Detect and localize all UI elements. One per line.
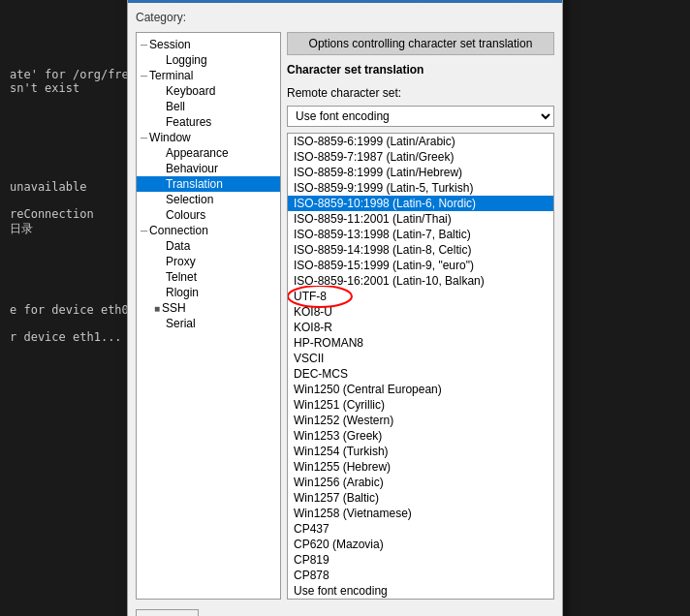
tree-item-session[interactable]: ─Session xyxy=(137,37,280,52)
about-button[interactable]: About xyxy=(136,609,199,616)
charset-item[interactable]: Win1251 (Cyrillic) xyxy=(288,397,553,413)
charset-item[interactable]: HP-ROMAN8 xyxy=(288,335,553,351)
charset-item[interactable]: Win1250 (Central European) xyxy=(288,382,553,397)
charset-item[interactable]: ISO-8859-7:1987 (Latin/Greek) xyxy=(288,149,553,165)
charset-item[interactable]: Win1252 (Western) xyxy=(288,413,553,428)
tree-item-bell[interactable]: Bell xyxy=(137,99,280,114)
charset-item[interactable]: Use font encoding xyxy=(288,583,553,599)
charset-listbox[interactable]: ISO-8859-6:1999 (Latin/Arabic)ISO-8859-7… xyxy=(287,133,554,600)
tree-item-selection[interactable]: Selection xyxy=(137,192,280,207)
tree-item-colours[interactable]: Colours xyxy=(137,207,280,223)
tree-item-window[interactable]: ─Window xyxy=(137,130,280,145)
charset-item[interactable]: Win1254 (Turkish) xyxy=(288,444,553,459)
charset-item[interactable]: KOI8-R xyxy=(288,320,553,335)
tree-item-logging[interactable]: Logging xyxy=(137,52,280,68)
charset-item[interactable]: ISO-8859-10:1998 (Latin-6, Nordic) xyxy=(288,196,553,211)
charset-top-select[interactable]: Use font encoding xyxy=(287,106,554,127)
charset-item[interactable]: Win1255 (Hebrew) xyxy=(288,459,553,475)
charset-item[interactable]: ISO-8859-16:2001 (Latin-10, Balkan) xyxy=(288,273,553,289)
tree-item-ssh[interactable]: ■SSH xyxy=(137,300,280,316)
tree-item-keyboard[interactable]: Keyboard xyxy=(137,83,280,99)
charset-item[interactable]: KOI8-U xyxy=(288,304,553,320)
charset-item[interactable]: VSCII xyxy=(288,351,553,366)
bottom-row: About xyxy=(136,605,554,616)
charset-item[interactable]: ISO-8859-11:2001 (Latin/Thai) xyxy=(288,211,553,227)
tree-item-appearance[interactable]: Appearance xyxy=(137,145,280,161)
tree-item-behaviour[interactable]: Behaviour xyxy=(137,161,280,176)
tree-item-features[interactable]: Features xyxy=(137,114,280,130)
charset-item[interactable]: ISO-8859-6:1999 (Latin/Arabic) xyxy=(288,134,553,149)
putty-dialog: P PuTTY Configuration ✕ Category: ─Sessi… xyxy=(127,0,563,616)
main-content: ─SessionLogging─TerminalKeyboardBellFeat… xyxy=(136,32,554,600)
charset-item[interactable]: ISO-8859-13:1998 (Latin-7, Baltic) xyxy=(288,227,553,242)
charset-item[interactable]: CP819 xyxy=(288,552,553,568)
charset-item[interactable]: CP437 xyxy=(288,521,553,537)
charset-item[interactable]: Win1253 (Greek) xyxy=(288,428,553,444)
tree-item-serial[interactable]: Serial xyxy=(137,316,280,331)
charset-item[interactable]: ISO-8859-14:1998 (Latin-8, Celtic) xyxy=(288,242,553,258)
category-label: Category: xyxy=(136,11,554,24)
tree-item-translation[interactable]: Translation xyxy=(137,176,280,192)
charset-item[interactable]: Win1258 (Vietnamese) xyxy=(288,506,553,521)
dialog-body: Category: ─SessionLogging─TerminalKeyboa… xyxy=(128,3,562,616)
section-title: Character set translation xyxy=(287,63,554,77)
tree-item-terminal[interactable]: ─Terminal xyxy=(137,68,280,83)
charset-item[interactable]: CP620 (Mazovia) xyxy=(288,537,553,552)
tree-item-rlogin[interactable]: Rlogin xyxy=(137,285,280,300)
charset-item[interactable]: ISO-8859-15:1999 (Latin-9, "euro") xyxy=(288,258,553,273)
tree-item-connection[interactable]: ─Connection xyxy=(137,223,280,238)
section-header: Options controlling character set transl… xyxy=(287,32,554,55)
charset-item[interactable]: ISO-8859-9:1999 (Latin-5, Turkish) xyxy=(288,180,553,196)
tree-panel[interactable]: ─SessionLogging─TerminalKeyboardBellFeat… xyxy=(136,32,281,600)
top-select-row: Use font encoding xyxy=(287,106,554,127)
remote-charset-label: Remote character set: xyxy=(287,86,554,100)
charset-item[interactable]: Win1257 (Baltic) xyxy=(288,490,553,506)
charset-item[interactable]: ISO-8859-8:1999 (Latin/Hebrew) xyxy=(288,165,553,180)
charset-item[interactable]: Win1256 (Arabic) xyxy=(288,475,553,490)
charset-item[interactable]: DEC-MCS xyxy=(288,366,553,382)
charset-item[interactable]: CP878 xyxy=(288,568,553,583)
right-panel: Options controlling character set transl… xyxy=(287,32,554,600)
tree-item-data[interactable]: Data xyxy=(137,238,280,254)
tree-item-proxy[interactable]: Proxy xyxy=(137,254,280,269)
charset-item[interactable]: UTF-8 xyxy=(288,289,553,304)
tree-item-telnet[interactable]: Telnet xyxy=(137,269,280,285)
